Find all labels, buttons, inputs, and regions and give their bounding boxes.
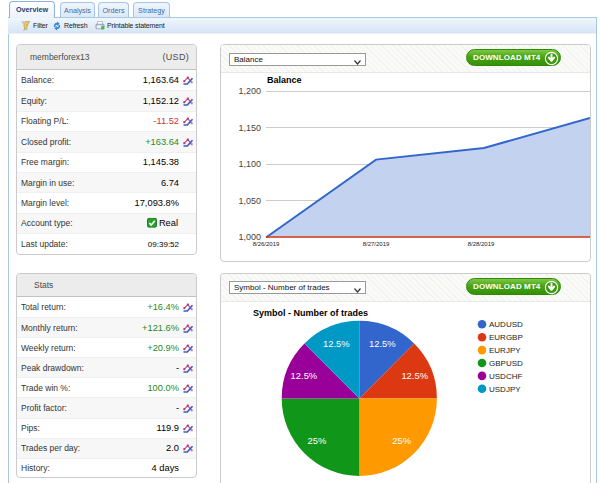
- svg-text:12.5%: 12.5%: [401, 370, 428, 381]
- svg-text:AUDUSD: AUDUSD: [489, 320, 523, 329]
- svg-text:USDCHF: USDCHF: [489, 372, 522, 381]
- svg-text:USDJPY: USDJPY: [489, 385, 521, 394]
- svg-text:25%: 25%: [308, 435, 327, 446]
- svg-text:12.5%: 12.5%: [369, 338, 396, 349]
- svg-text:25%: 25%: [392, 435, 411, 446]
- svg-text:EURJPY: EURJPY: [489, 346, 521, 355]
- svg-text:12.5%: 12.5%: [291, 370, 318, 381]
- svg-text:EURGBP: EURGBP: [489, 333, 523, 342]
- svg-text:GBPUSD: GBPUSD: [489, 359, 523, 368]
- svg-text:12.5%: 12.5%: [323, 338, 350, 349]
